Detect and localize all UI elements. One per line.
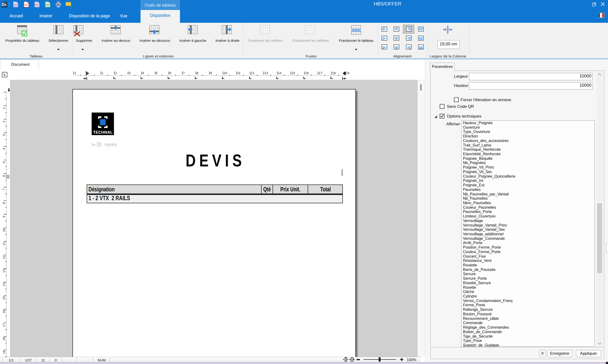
svg-text:DOC: DOC [13,4,18,6]
svg-text:12: 12 [2,256,6,259]
svg-text:6: 6 [2,175,6,177]
svg-text:6: 6 [169,71,171,75]
svg-text:8: 8 [196,71,198,75]
svg-text:2: 2 [115,71,117,75]
svg-text:ASC: ASC [46,4,50,6]
svg-text:11: 11 [237,71,241,75]
svg-text:3: 3 [129,71,130,75]
svg-text:12: 12 [251,71,254,75]
svg-text:11: 11 [2,242,6,246]
svg-text:2: 2 [2,121,6,123]
svg-text:13: 13 [2,269,6,273]
svg-text:18: 18 [332,71,336,75]
svg-text:Ds: Ds [2,3,7,7]
svg-text:PDF: PDF [25,4,28,6]
svg-text:4: 4 [2,148,6,150]
svg-text:4: 4 [142,71,144,75]
svg-text:7: 7 [183,71,185,75]
svg-text:1: 1 [102,71,103,75]
svg-text:16: 16 [305,71,309,75]
svg-text:15: 15 [2,296,6,300]
svg-text:16: 16 [2,310,6,313]
svg-text:9: 9 [210,71,212,75]
svg-text:14: 14 [278,71,282,75]
svg-text:10: 10 [2,228,6,232]
svg-text:17: 17 [319,71,322,75]
svg-text:TECHNAL: TECHNAL [93,130,113,135]
svg-text:17: 17 [2,323,6,327]
svg-text:3: 3 [2,134,6,136]
svg-text:18: 18 [2,337,6,340]
svg-text:13: 13 [264,71,268,75]
svg-text:10: 10 [224,71,227,75]
svg-text:5: 5 [156,71,158,75]
svg-text:19: 19 [2,351,6,354]
svg-text:TXT: TXT [35,4,39,6]
svg-text:14: 14 [2,283,6,286]
svg-text:9: 9 [2,216,6,218]
svg-text:7: 7 [2,189,6,190]
svg-text:19: 19 [346,71,349,75]
svg-text:1: 1 [74,71,76,75]
svg-text:5: 5 [2,161,6,163]
svg-text:15: 15 [292,71,295,75]
svg-text:8: 8 [2,202,6,204]
svg-text:1: 1 [2,107,6,109]
